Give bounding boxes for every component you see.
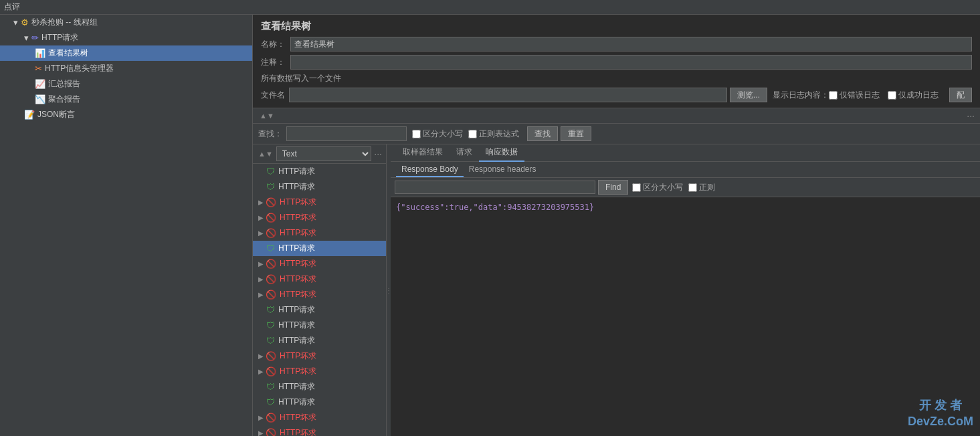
tab-sampler[interactable]: 取样器结果 [396, 144, 450, 162]
list-item-label: HTTP请求 [278, 397, 315, 408]
list-item[interactable]: 🛡HTTP请求 [253, 333, 386, 348]
doc-icon: 📝 [24, 110, 35, 120]
regex-label: 正则表达式 [468, 128, 519, 140]
list-item-label: HTTP坏求 [280, 212, 316, 223]
browse-button[interactable]: 测览... [730, 88, 767, 102]
sidebar-item-view-result[interactable]: 📊 查看结果树 [0, 45, 252, 61]
list-item-label: HTTP请求 [278, 166, 315, 177]
response-content: {"success":true,"data":94538273203975531… [391, 197, 980, 436]
list-item[interactable]: ▶🚫HTTP坏求 [253, 256, 386, 271]
list-dropdown[interactable]: Text HTML JSON XML [276, 146, 372, 161]
list-item[interactable]: ▶🚫HTTP坏求 [253, 210, 386, 225]
file-label: 文件名 [261, 90, 285, 101]
file-row: 文件名 测览... 显示日志内容： 仅错误日志 仅成功日志 配 [261, 88, 972, 102]
list-item-label: HTTP坏求 [280, 274, 316, 285]
name-label: 名称： [261, 39, 285, 50]
case-sensitive-label: 区分大小写 [412, 128, 463, 140]
sidebar-item-http[interactable]: ▾ ✏ HTTP请求 [0, 30, 252, 45]
expand-arrow-icon: ▶ [258, 229, 264, 237]
sidebar-item-json-assert[interactable]: 📝 JSON断言 [0, 107, 252, 122]
list-toolbar: ▲▼ Text HTML JSON XML ··· [253, 144, 386, 164]
error-icon: 🚫 [266, 351, 276, 361]
right-panel: 查看结果树 名称： 注释： 所有数据写入一个文件 文件名 测览... 显示日志内… [253, 15, 980, 436]
success-icon: 🛡 [266, 382, 275, 392]
list-item[interactable]: 🛡HTTP请求 [253, 302, 386, 318]
tab-response[interactable]: 响应数据 [479, 144, 524, 162]
search-input[interactable] [286, 126, 407, 141]
list-item[interactable]: 🛡HTTP请求 [253, 241, 386, 256]
success-icon: 🛡 [266, 305, 275, 315]
panel-header: 查看结果树 名称： 注释： 所有数据写入一个文件 文件名 测览... 显示日志内… [253, 15, 980, 108]
name-input[interactable] [290, 37, 972, 51]
response-case-checkbox[interactable] [632, 183, 641, 192]
list-item[interactable]: ▶🚫HTTP坏求 [253, 410, 386, 425]
toolbar-dots-top[interactable]: ··· [967, 110, 975, 121]
sidebar-item-aggregate[interactable]: 📈 汇总报告 [0, 76, 252, 92]
response-body-tab[interactable]: Response Body [396, 162, 464, 177]
file-input[interactable] [289, 88, 727, 102]
success-only-checkbox[interactable] [888, 91, 896, 100]
expand-arrow-icon: ▶ [258, 199, 264, 206]
list-collapse-btn[interactable]: ▲▼ [257, 150, 274, 158]
list-item-label: HTTP请求 [278, 381, 315, 393]
scissors-icon: ✂ [35, 64, 42, 74]
list-item[interactable]: 🛡HTTP请求 [253, 318, 386, 333]
list-item[interactable]: 🛡HTTP请求 [253, 395, 386, 410]
collapse-top-btn[interactable]: ▲▼ [258, 112, 276, 120]
list-item-label: HTTP坏求 [280, 350, 316, 362]
list-item[interactable]: ▶🚫HTTP坏求 [253, 271, 386, 287]
list-item[interactable]: ▶🚫HTTP坏求 [253, 425, 386, 436]
response-regex-label: 正则 [688, 182, 715, 193]
list-item[interactable]: ▶🚫HTTP坏求 [253, 195, 386, 210]
config-button[interactable]: 配 [949, 88, 972, 102]
list-item-label: HTTP坏求 [280, 227, 316, 239]
regex-checkbox[interactable] [468, 130, 477, 138]
expand-arrow-icon: ▶ [258, 414, 264, 421]
detail-panel: 取样器结果 请求 响应数据 Response Body Response hea… [391, 144, 980, 436]
expand-arrow-icon: ▶ [258, 260, 264, 267]
error-icon: 🚫 [266, 428, 276, 436]
list-item[interactable]: ▶🚫HTTP坏求 [253, 348, 386, 364]
response-search-input[interactable] [395, 181, 595, 194]
response-headers-tab[interactable]: Response headers [464, 162, 542, 177]
case-sensitive-checkbox[interactable] [412, 130, 421, 138]
list-item[interactable]: ▶🚫HTTP坏求 [253, 364, 386, 379]
response-find-btn[interactable]: Find [598, 180, 628, 195]
find-button[interactable]: 查找 [527, 126, 558, 141]
error-icon: 🚫 [266, 228, 276, 238]
list-toolbar-dots[interactable]: ··· [374, 148, 382, 159]
comment-label: 注释： [261, 57, 285, 68]
success-icon: 🛡 [266, 336, 275, 346]
list-panel: ▲▼ Text HTML JSON XML ··· 🛡HTTP请求🛡HTTP请求… [253, 144, 387, 436]
write-all-row: 所有数据写入一个文件 [261, 73, 972, 84]
list-item[interactable]: ▶🚫HTTP坏求 [253, 225, 386, 241]
error-icon: 🚫 [266, 366, 276, 376]
success-icon: 🛡 [266, 182, 275, 192]
comment-input[interactable] [290, 55, 972, 70]
expand-arrow-icon: ▶ [258, 368, 264, 375]
sidebar-item-http-header[interactable]: ✂ HTTP信息头管理器 [0, 61, 252, 76]
reset-button[interactable]: 重置 [561, 126, 591, 141]
sidebar-item-root[interactable]: ▾ ⚙ 秒杀抢购 -- 线程组 [0, 15, 252, 30]
expand-arrow-icon: ▶ [258, 352, 264, 360]
list-item[interactable]: 🛡HTTP请求 [253, 179, 386, 195]
list-item[interactable]: 🛡HTTP请求 [253, 164, 386, 179]
list-item-label: HTTP坏求 [280, 197, 316, 208]
gear-icon: ⚙ [21, 17, 29, 27]
error-icon: 🚫 [266, 274, 276, 284]
error-icon: 🚫 [266, 259, 276, 269]
list-item[interactable]: ▶🚫HTTP坏求 [253, 287, 386, 302]
tab-request[interactable]: 请求 [450, 144, 479, 162]
error-icon: 🚫 [266, 213, 276, 223]
error-only-checkbox[interactable] [829, 91, 838, 100]
list-item[interactable]: 🛡HTTP请求 [253, 379, 386, 395]
response-json: {"success":true,"data":94538273203975531… [396, 203, 975, 212]
sidebar-item-summary[interactable]: 📉 聚合报告 [0, 92, 252, 107]
write-all-label: 所有数据写入一个文件 [261, 73, 341, 84]
panel-title: 查看结果树 [261, 20, 972, 33]
chart2-icon: 📈 [35, 79, 45, 89]
top-bar: 点评 [0, 0, 980, 15]
response-regex-checkbox[interactable] [688, 183, 697, 192]
list-item-label: HTTP坏求 [280, 366, 316, 377]
chart-icon: 📊 [35, 48, 45, 58]
